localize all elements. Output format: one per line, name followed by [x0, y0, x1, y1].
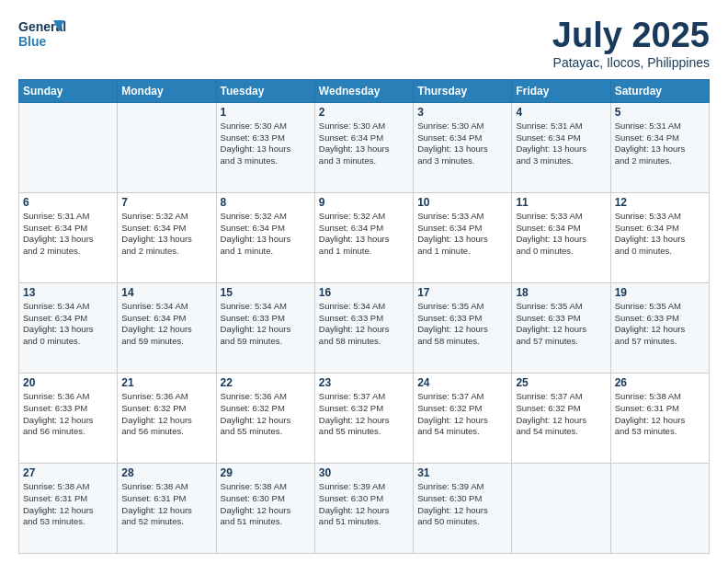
day-info: Sunrise: 5:35 AM Sunset: 6:33 PM Dayligh…: [615, 301, 705, 348]
day-number: 16: [319, 286, 409, 299]
day-cell-23: 23Sunrise: 5:37 AM Sunset: 6:32 PM Dayli…: [314, 373, 413, 463]
day-cell-7: 7Sunrise: 5:32 AM Sunset: 6:34 PM Daylig…: [118, 192, 216, 282]
day-cell-11: 11Sunrise: 5:33 AM Sunset: 6:34 PM Dayli…: [512, 192, 610, 282]
weekday-header-thursday: Thursday: [414, 79, 512, 102]
day-info: Sunrise: 5:30 AM Sunset: 6:34 PM Dayligh…: [417, 121, 507, 167]
logo-svg: GeneralBlue: [18, 17, 66, 50]
day-cell-24: 24Sunrise: 5:37 AM Sunset: 6:32 PM Dayli…: [414, 373, 512, 463]
day-info: Sunrise: 5:31 AM Sunset: 6:34 PM Dayligh…: [23, 211, 113, 258]
day-cell-27: 27Sunrise: 5:38 AM Sunset: 6:31 PM Dayli…: [19, 463, 118, 553]
day-number: 28: [121, 466, 211, 479]
logo: GeneralBlue: [18, 17, 66, 50]
day-number: 12: [615, 196, 705, 209]
day-number: 8: [221, 196, 311, 209]
day-number: 13: [23, 286, 113, 299]
calendar-page: GeneralBlue July 2025 Patayac, Ilocos, P…: [0, 0, 728, 563]
day-cell-18: 18Sunrise: 5:35 AM Sunset: 6:33 PM Dayli…: [512, 282, 610, 373]
weekday-header-monday: Monday: [118, 79, 216, 102]
day-info: Sunrise: 5:34 AM Sunset: 6:33 PM Dayligh…: [319, 301, 409, 348]
day-number: 30: [319, 466, 409, 479]
day-info: Sunrise: 5:37 AM Sunset: 6:32 PM Dayligh…: [417, 391, 507, 438]
week-row-2: 6Sunrise: 5:31 AM Sunset: 6:34 PM Daylig…: [19, 192, 710, 282]
week-row-5: 27Sunrise: 5:38 AM Sunset: 6:31 PM Dayli…: [19, 463, 710, 553]
day-cell-25: 25Sunrise: 5:37 AM Sunset: 6:32 PM Dayli…: [512, 373, 610, 463]
day-info: Sunrise: 5:39 AM Sunset: 6:30 PM Dayligh…: [319, 481, 409, 528]
day-info: Sunrise: 5:32 AM Sunset: 6:34 PM Dayligh…: [121, 211, 211, 258]
day-info: Sunrise: 5:36 AM Sunset: 6:33 PM Dayligh…: [23, 391, 113, 438]
weekday-header-row: SundayMondayTuesdayWednesdayThursdayFrid…: [19, 79, 710, 102]
day-number: 20: [23, 376, 113, 389]
day-info: Sunrise: 5:31 AM Sunset: 6:34 PM Dayligh…: [516, 121, 606, 167]
day-number: 26: [615, 376, 705, 389]
day-info: Sunrise: 5:34 AM Sunset: 6:33 PM Dayligh…: [221, 301, 311, 348]
weekday-header-wednesday: Wednesday: [314, 79, 413, 102]
week-row-3: 13Sunrise: 5:34 AM Sunset: 6:34 PM Dayli…: [19, 282, 710, 373]
day-number: 24: [417, 376, 507, 389]
day-number: 3: [417, 106, 507, 119]
day-info: Sunrise: 5:37 AM Sunset: 6:32 PM Dayligh…: [319, 391, 409, 438]
day-number: 4: [516, 106, 606, 119]
day-number: 2: [319, 106, 409, 119]
day-cell-10: 10Sunrise: 5:33 AM Sunset: 6:34 PM Dayli…: [414, 192, 512, 282]
day-number: 15: [221, 286, 311, 299]
day-number: 17: [417, 286, 507, 299]
svg-text:Blue: Blue: [18, 34, 47, 49]
day-info: Sunrise: 5:30 AM Sunset: 6:34 PM Dayligh…: [319, 121, 409, 167]
day-cell-3: 3Sunrise: 5:30 AM Sunset: 6:34 PM Daylig…: [414, 102, 512, 192]
day-cell-2: 2Sunrise: 5:30 AM Sunset: 6:34 PM Daylig…: [314, 102, 413, 192]
empty-cell: [610, 463, 709, 553]
day-number: 7: [121, 196, 211, 209]
week-row-1: 1Sunrise: 5:30 AM Sunset: 6:33 PM Daylig…: [19, 102, 710, 192]
day-info: Sunrise: 5:38 AM Sunset: 6:31 PM Dayligh…: [23, 481, 113, 528]
day-cell-14: 14Sunrise: 5:34 AM Sunset: 6:34 PM Dayli…: [118, 282, 216, 373]
empty-cell: [512, 463, 610, 553]
day-info: Sunrise: 5:36 AM Sunset: 6:32 PM Dayligh…: [221, 391, 311, 438]
day-cell-6: 6Sunrise: 5:31 AM Sunset: 6:34 PM Daylig…: [19, 192, 118, 282]
day-number: 19: [615, 286, 705, 299]
day-cell-19: 19Sunrise: 5:35 AM Sunset: 6:33 PM Dayli…: [610, 282, 709, 373]
day-cell-4: 4Sunrise: 5:31 AM Sunset: 6:34 PM Daylig…: [512, 102, 610, 192]
day-cell-8: 8Sunrise: 5:32 AM Sunset: 6:34 PM Daylig…: [216, 192, 314, 282]
day-cell-13: 13Sunrise: 5:34 AM Sunset: 6:34 PM Dayli…: [19, 282, 118, 373]
empty-cell: [19, 102, 118, 192]
day-info: Sunrise: 5:33 AM Sunset: 6:34 PM Dayligh…: [516, 211, 606, 258]
weekday-header-friday: Friday: [512, 79, 610, 102]
day-info: Sunrise: 5:33 AM Sunset: 6:34 PM Dayligh…: [615, 211, 705, 258]
day-number: 9: [319, 196, 409, 209]
day-number: 23: [319, 376, 409, 389]
day-cell-17: 17Sunrise: 5:35 AM Sunset: 6:33 PM Dayli…: [414, 282, 512, 373]
day-cell-16: 16Sunrise: 5:34 AM Sunset: 6:33 PM Dayli…: [314, 282, 413, 373]
day-number: 25: [516, 376, 606, 389]
location-subtitle: Patayac, Ilocos, Philippines: [552, 55, 710, 70]
day-cell-1: 1Sunrise: 5:30 AM Sunset: 6:33 PM Daylig…: [216, 102, 314, 192]
day-cell-30: 30Sunrise: 5:39 AM Sunset: 6:30 PM Dayli…: [314, 463, 413, 553]
day-number: 22: [221, 376, 311, 389]
day-number: 29: [221, 466, 311, 479]
day-number: 1: [221, 106, 311, 119]
day-cell-29: 29Sunrise: 5:38 AM Sunset: 6:30 PM Dayli…: [216, 463, 314, 553]
week-row-4: 20Sunrise: 5:36 AM Sunset: 6:33 PM Dayli…: [19, 373, 710, 463]
day-cell-20: 20Sunrise: 5:36 AM Sunset: 6:33 PM Dayli…: [19, 373, 118, 463]
day-number: 31: [417, 466, 507, 479]
weekday-header-saturday: Saturday: [610, 79, 709, 102]
day-info: Sunrise: 5:33 AM Sunset: 6:34 PM Dayligh…: [417, 211, 507, 258]
day-info: Sunrise: 5:36 AM Sunset: 6:32 PM Dayligh…: [121, 391, 211, 438]
day-cell-22: 22Sunrise: 5:36 AM Sunset: 6:32 PM Dayli…: [216, 373, 314, 463]
header: GeneralBlue July 2025 Patayac, Ilocos, P…: [18, 17, 710, 70]
day-cell-15: 15Sunrise: 5:34 AM Sunset: 6:33 PM Dayli…: [216, 282, 314, 373]
empty-cell: [118, 102, 216, 192]
day-info: Sunrise: 5:34 AM Sunset: 6:34 PM Dayligh…: [121, 301, 211, 348]
day-cell-21: 21Sunrise: 5:36 AM Sunset: 6:32 PM Dayli…: [118, 373, 216, 463]
day-number: 18: [516, 286, 606, 299]
day-info: Sunrise: 5:39 AM Sunset: 6:30 PM Dayligh…: [417, 481, 507, 528]
month-title: July 2025: [552, 17, 710, 55]
day-number: 6: [23, 196, 113, 209]
day-number: 11: [516, 196, 606, 209]
day-cell-31: 31Sunrise: 5:39 AM Sunset: 6:30 PM Dayli…: [414, 463, 512, 553]
day-number: 21: [121, 376, 211, 389]
day-info: Sunrise: 5:32 AM Sunset: 6:34 PM Dayligh…: [319, 211, 409, 258]
day-cell-26: 26Sunrise: 5:38 AM Sunset: 6:31 PM Dayli…: [610, 373, 709, 463]
day-info: Sunrise: 5:31 AM Sunset: 6:34 PM Dayligh…: [615, 121, 705, 167]
day-info: Sunrise: 5:38 AM Sunset: 6:31 PM Dayligh…: [121, 481, 211, 528]
day-info: Sunrise: 5:37 AM Sunset: 6:32 PM Dayligh…: [516, 391, 606, 438]
